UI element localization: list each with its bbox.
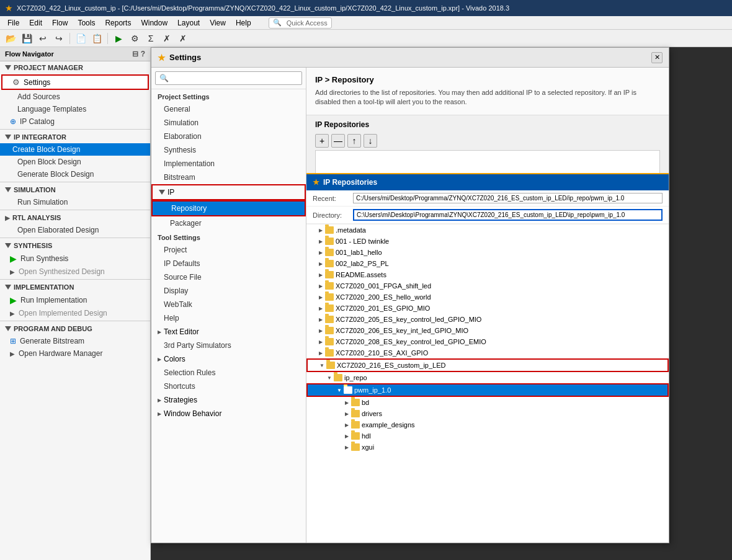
settings-item-elaboration[interactable]: Elaboration: [151, 130, 306, 143]
tree-item[interactable]: ▶ XC7Z020_001_FPGA_shift_led: [306, 280, 669, 291]
flow-item-open-synthesized[interactable]: ▶ Open Synthesized Design: [0, 265, 150, 278]
toolbar-save-btn[interactable]: 💾: [20, 32, 33, 45]
settings-item-project[interactable]: Project: [151, 243, 306, 257]
toolbar-x2-btn[interactable]: ✗: [176, 32, 190, 45]
flow-item-generate-block-design[interactable]: Generate Block Design: [0, 168, 150, 180]
toolbar-undo-btn[interactable]: ↩: [36, 32, 50, 45]
remove-repo-btn[interactable]: —: [331, 134, 345, 148]
tree-toggle[interactable]: ▶: [316, 304, 325, 313]
tree-item[interactable]: ▶ 002_lab2_PS_PL: [306, 258, 669, 269]
toolbar-paste-btn[interactable]: 📋: [90, 32, 104, 45]
section-ip-integrator[interactable]: IP INTEGRATOR: [0, 131, 150, 143]
tree-item-custom-ip[interactable]: ▼ XC7Z020_216_ES_custom_ip_LED: [306, 358, 669, 372]
flow-nav-help-icon[interactable]: ?: [141, 50, 145, 58]
settings-search-input[interactable]: [155, 71, 302, 85]
settings-item-selection-rules[interactable]: Selection Rules: [151, 366, 306, 380]
move-down-repo-btn[interactable]: ↓: [364, 134, 377, 148]
toolbar-open-btn[interactable]: 📂: [4, 32, 17, 45]
add-repo-btn[interactable]: +: [315, 134, 329, 148]
settings-group-strategies[interactable]: ▶ Strategies: [151, 393, 306, 407]
menu-tools[interactable]: Tools: [73, 17, 100, 29]
tree-toggle[interactable]: ▶: [316, 326, 325, 335]
move-up-repo-btn[interactable]: ↑: [347, 134, 361, 148]
tree-item[interactable]: ▶ XC7Z020_200_ES_hello_world: [306, 291, 669, 303]
section-program-debug[interactable]: PROGRAM AND DEBUG: [0, 322, 150, 335]
settings-subitem-packager[interactable]: Packager: [151, 216, 306, 230]
settings-group-text-editor[interactable]: ▶ Text Editor: [151, 325, 306, 339]
settings-item-display[interactable]: Display: [151, 284, 306, 298]
section-synthesis[interactable]: SYNTHESIS: [0, 239, 150, 252]
tree-toggle[interactable]: ▶: [316, 349, 325, 357]
menu-edit[interactable]: Edit: [24, 17, 47, 29]
recent-path-input[interactable]: [353, 193, 663, 203]
tree-item[interactable]: ▶ XC7Z020_201_ES_GPIO_MIO: [306, 303, 669, 314]
tree-toggle[interactable]: ▶: [316, 270, 325, 279]
tree-item[interactable]: ▶ 001_lab1_hello: [306, 247, 669, 258]
tree-item[interactable]: ▶ 001 - LED twinkle: [306, 236, 669, 247]
settings-item-webtalk[interactable]: WebTalk: [151, 298, 306, 311]
settings-item-ip-defaults[interactable]: IP Defaults: [151, 257, 306, 270]
tree-item-pwm-ip[interactable]: ▼ pwm_ip_1.0: [306, 383, 669, 397]
dialog-close-btn[interactable]: ✕: [651, 52, 663, 63]
tree-item-drivers[interactable]: ▶ drivers: [306, 408, 669, 419]
settings-item-bitstream[interactable]: Bitstream: [151, 171, 306, 184]
tree-item[interactable]: ▶ XC7Z020_205_ES_key_control_led_GPIO_MI…: [306, 314, 669, 325]
tree-item-ip-repo[interactable]: ▼ ip_repo: [306, 372, 669, 383]
flow-item-open-block-design[interactable]: Open Block Design: [0, 156, 150, 168]
tree-toggle[interactable]: ▶: [316, 293, 325, 301]
flow-item-language-templates[interactable]: Language Templates: [0, 103, 150, 115]
tree-item-example-designs[interactable]: ▶ example_designs: [306, 419, 669, 430]
flow-nav-collapse-icon[interactable]: ⊟: [132, 50, 138, 58]
settings-item-shortcuts[interactable]: Shortcuts: [151, 380, 306, 393]
flow-item-open-elaborated-design[interactable]: Open Elaborated Design: [0, 224, 150, 236]
toolbar-settings-btn[interactable]: ⚙: [128, 32, 141, 45]
tree-toggle[interactable]: ▶: [316, 237, 325, 246]
tree-item-hdl[interactable]: ▶ hdl: [306, 430, 669, 442]
tree-toggle[interactable]: ▶: [316, 259, 325, 268]
tree-toggle[interactable]: ▶: [342, 398, 351, 407]
tree-toggle[interactable]: ▼: [335, 386, 344, 394]
settings-group-window-behavior[interactable]: ▶ Window Behavior: [151, 407, 306, 420]
tree-item[interactable]: ▶ XC7Z020_210_ES_AXI_GPIO: [306, 347, 669, 358]
settings-item-help[interactable]: Help: [151, 311, 306, 325]
tree-item[interactable]: ▶ XC7Z020_206_ES_key_int_led_GPIO_MIO: [306, 325, 669, 336]
flow-item-generate-bitstream[interactable]: ⊞ Generate Bitstream: [0, 335, 150, 347]
menu-layout[interactable]: Layout: [172, 17, 205, 29]
settings-item-simulation[interactable]: Simulation: [151, 116, 306, 130]
tree-item[interactable]: ▶ .metadata: [306, 224, 669, 236]
tree-toggle[interactable]: ▶: [316, 282, 325, 290]
flow-item-run-implementation[interactable]: ▶ Run Implementation: [0, 293, 150, 307]
tree-toggle[interactable]: ▶: [316, 315, 325, 324]
flow-item-run-synthesis[interactable]: ▶ Run Synthesis: [0, 252, 150, 265]
tree-item[interactable]: ▶ XC7Z020_208_ES_key_control_led_GPIO_EM…: [306, 336, 669, 347]
menu-view[interactable]: View: [205, 17, 231, 29]
toolbar-copy-btn[interactable]: 📄: [74, 32, 87, 45]
tree-toggle[interactable]: ▶: [342, 409, 351, 418]
section-implementation[interactable]: IMPLEMENTATION: [0, 281, 150, 293]
menu-help[interactable]: Help: [231, 17, 256, 29]
menu-flow[interactable]: Flow: [47, 17, 73, 29]
settings-group-ip[interactable]: IP: [151, 184, 306, 200]
flow-item-create-block-design[interactable]: Create Block Design: [0, 143, 150, 156]
settings-item-implementation[interactable]: Implementation: [151, 157, 306, 171]
tree-item-xgui[interactable]: ▶ xgui: [306, 442, 669, 453]
flow-item-run-simulation[interactable]: Run Simulation: [0, 196, 150, 208]
settings-item-3rd-party[interactable]: 3rd Party Simulators: [151, 339, 306, 352]
flow-item-open-implemented[interactable]: ▶ Open Implemented Design: [0, 307, 150, 319]
menu-window[interactable]: Window: [136, 17, 172, 29]
flow-item-open-hardware[interactable]: ▶ Open Hardware Manager: [0, 347, 150, 360]
settings-subitem-repository[interactable]: Repository: [151, 200, 306, 216]
tree-toggle[interactable]: ▶: [316, 226, 325, 234]
tree-toggle[interactable]: ▶: [342, 420, 351, 429]
toolbar-x1-btn[interactable]: ✗: [160, 32, 174, 45]
settings-item-general[interactable]: General: [151, 102, 306, 116]
flow-item-add-sources[interactable]: Add Sources: [0, 91, 150, 103]
toolbar-redo-btn[interactable]: ↪: [52, 32, 66, 45]
tree-toggle[interactable]: ▶: [316, 337, 325, 346]
settings-item-source-file[interactable]: Source File: [151, 270, 306, 284]
tree-toggle[interactable]: ▼: [318, 361, 326, 370]
tree-toggle[interactable]: ▼: [325, 373, 334, 382]
tree-toggle[interactable]: ▶: [342, 432, 351, 440]
menu-file[interactable]: File: [2, 17, 24, 29]
settings-item-synthesis[interactable]: Synthesis: [151, 143, 306, 157]
